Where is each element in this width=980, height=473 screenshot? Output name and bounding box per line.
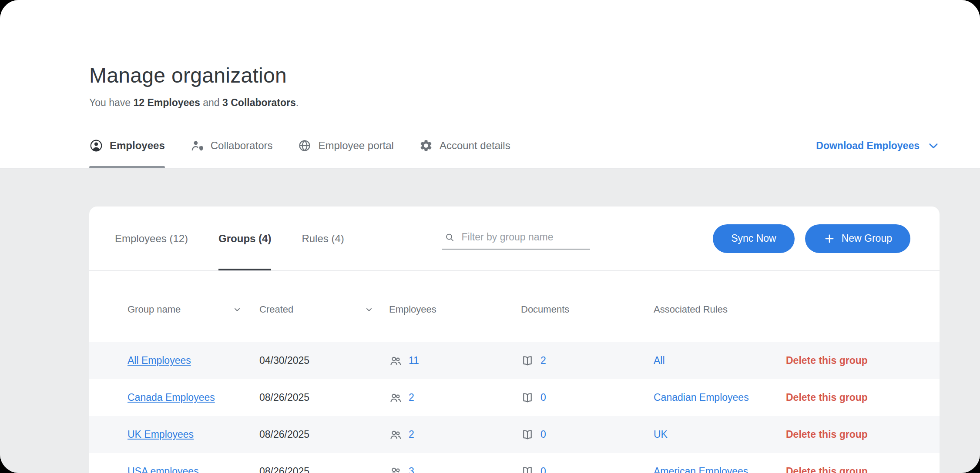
group-name-link[interactable]: All Employees bbox=[128, 355, 191, 366]
delete-group-link[interactable]: Delete this group bbox=[786, 392, 868, 403]
associated-rule-link[interactable]: All bbox=[654, 355, 665, 366]
column-created[interactable]: Created bbox=[259, 304, 373, 315]
employees-count-link[interactable]: 11 bbox=[409, 355, 419, 366]
documents-cell: 0 bbox=[521, 428, 654, 441]
page-header: Manage organization You have 12 Employee… bbox=[0, 0, 980, 169]
tab-groups-label: Groups (4) bbox=[218, 233, 271, 245]
column-associated-rules: Associated Rules bbox=[654, 304, 786, 315]
table-row: USA employees 08/26/2025 3 0 A bbox=[89, 453, 940, 473]
people-icon bbox=[389, 391, 402, 404]
summary-period: . bbox=[296, 97, 299, 108]
people-icon bbox=[389, 354, 402, 367]
group-name-link[interactable]: USA employees bbox=[128, 466, 199, 473]
tab-collaborators-label: Collaborators bbox=[211, 140, 273, 152]
search-icon bbox=[445, 232, 455, 243]
associated-rule-link[interactable]: American Employees bbox=[654, 466, 748, 473]
tab-employee-portal-label: Employee portal bbox=[318, 140, 393, 152]
employees-cell: 3 bbox=[389, 465, 521, 473]
page-title: Manage organization bbox=[89, 0, 940, 87]
table-row: UK Employees 08/26/2025 2 0 UK bbox=[89, 416, 940, 453]
employees-cell: 11 bbox=[389, 354, 521, 367]
group-name-link[interactable]: UK Employees bbox=[128, 429, 194, 440]
download-employees-label: Download Employees bbox=[816, 140, 920, 152]
person-shield-icon bbox=[190, 139, 204, 153]
tab-groups[interactable]: Groups (4) bbox=[218, 207, 271, 270]
delete-group-link[interactable]: Delete this group bbox=[786, 355, 868, 366]
sync-now-label: Sync Now bbox=[731, 233, 776, 244]
tab-collaborators[interactable]: Collaborators bbox=[190, 123, 273, 168]
collaborators-count: 3 Collaborators bbox=[222, 97, 296, 108]
delete-group-link[interactable]: Delete this group bbox=[786, 466, 868, 473]
tab-account-details-label: Account details bbox=[440, 140, 510, 152]
new-group-label: New Group bbox=[842, 233, 892, 244]
app-window: Manage organization You have 12 Employee… bbox=[0, 0, 980, 473]
book-icon bbox=[521, 354, 534, 367]
tab-employee-portal[interactable]: Employee portal bbox=[298, 123, 393, 168]
group-filter bbox=[442, 227, 590, 250]
people-icon bbox=[389, 465, 402, 473]
employees-count-link[interactable]: 2 bbox=[409, 392, 414, 403]
person-circle-icon bbox=[89, 139, 103, 153]
org-summary: You have 12 Employees and 3 Collaborator… bbox=[89, 97, 940, 109]
tab-employees-list-label: Employees (12) bbox=[115, 233, 188, 245]
tab-rules[interactable]: Rules (4) bbox=[302, 207, 344, 270]
employees-count-link[interactable]: 3 bbox=[409, 466, 414, 473]
created-date: 08/26/2025 bbox=[259, 466, 389, 473]
documents-count-link[interactable]: 0 bbox=[540, 392, 546, 403]
tab-account-details[interactable]: Account details bbox=[419, 123, 510, 168]
tab-employees-list[interactable]: Employees (12) bbox=[115, 207, 188, 270]
column-created-label: Created bbox=[259, 304, 293, 315]
sync-now-button[interactable]: Sync Now bbox=[713, 224, 795, 253]
book-icon bbox=[521, 428, 534, 441]
chevron-down-icon bbox=[927, 140, 940, 152]
content-area: Employees (12) Groups (4) Rules (4) bbox=[0, 169, 980, 473]
card-actions: Sync Now New Group bbox=[713, 224, 910, 253]
groups-table-body: All Employees 04/30/2025 11 2 bbox=[89, 342, 940, 473]
associated-rule-link[interactable]: Canadian Employees bbox=[654, 392, 749, 403]
groups-card: Employees (12) Groups (4) Rules (4) bbox=[89, 207, 940, 473]
employees-cell: 2 bbox=[389, 428, 521, 441]
book-icon bbox=[521, 465, 534, 473]
tab-employees-label: Employees bbox=[110, 140, 165, 152]
employees-count-link[interactable]: 2 bbox=[409, 429, 414, 440]
column-documents: Documents bbox=[521, 304, 654, 315]
column-group-name[interactable]: Group name bbox=[128, 304, 242, 315]
documents-count-link[interactable]: 0 bbox=[540, 429, 546, 440]
documents-cell: 0 bbox=[521, 465, 654, 473]
group-filter-input[interactable] bbox=[461, 231, 588, 243]
column-employees: Employees bbox=[389, 304, 521, 315]
column-group-name-label: Group name bbox=[128, 304, 181, 315]
created-date: 04/30/2025 bbox=[259, 355, 389, 366]
summary-prefix: You have bbox=[89, 97, 133, 108]
plus-icon bbox=[823, 233, 836, 245]
documents-cell: 2 bbox=[521, 354, 654, 367]
summary-and: and bbox=[200, 97, 222, 108]
main-nav: Employees Collaborators Employee portal bbox=[89, 123, 940, 168]
download-employees-button[interactable]: Download Employees bbox=[816, 140, 940, 152]
book-icon bbox=[521, 391, 534, 404]
table-row: Canada Employees 08/26/2025 2 0 bbox=[89, 379, 940, 416]
table-header: Group name Created Employees Documents A… bbox=[89, 271, 940, 342]
table-row: All Employees 04/30/2025 11 2 bbox=[89, 342, 940, 379]
sort-chevron-icon bbox=[365, 305, 373, 314]
sort-chevron-icon bbox=[233, 305, 242, 314]
people-icon bbox=[389, 428, 402, 441]
new-group-button[interactable]: New Group bbox=[805, 224, 910, 253]
group-name-link[interactable]: Canada Employees bbox=[128, 392, 215, 403]
created-date: 08/26/2025 bbox=[259, 392, 389, 403]
globe-icon bbox=[298, 139, 312, 153]
employees-count: 12 Employees bbox=[133, 97, 200, 108]
delete-group-link[interactable]: Delete this group bbox=[786, 429, 868, 440]
card-tab-bar: Employees (12) Groups (4) Rules (4) bbox=[89, 207, 940, 271]
documents-cell: 0 bbox=[521, 391, 654, 404]
documents-count-link[interactable]: 0 bbox=[540, 466, 546, 473]
gear-icon bbox=[419, 139, 433, 153]
associated-rule-link[interactable]: UK bbox=[654, 429, 668, 440]
documents-count-link[interactable]: 2 bbox=[540, 355, 546, 366]
tab-employees[interactable]: Employees bbox=[89, 123, 165, 168]
tab-rules-label: Rules (4) bbox=[302, 233, 344, 245]
created-date: 08/26/2025 bbox=[259, 429, 389, 440]
employees-cell: 2 bbox=[389, 391, 521, 404]
